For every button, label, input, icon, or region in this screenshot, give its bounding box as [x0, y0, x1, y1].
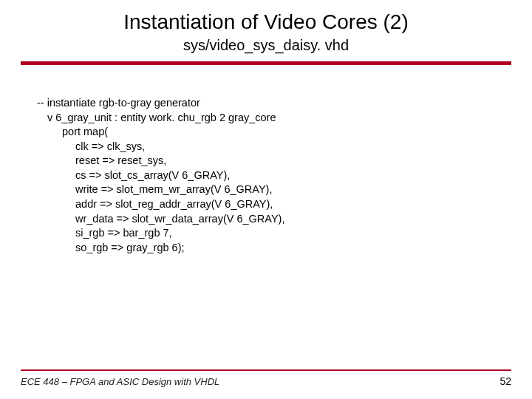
- code-line: clk => clk_sys,: [37, 140, 532, 154]
- footer-text: ECE 448 – FPGA and ASIC Design with VHDL: [21, 376, 219, 387]
- footer: ECE 448 – FPGA and ASIC Design with VHDL…: [21, 369, 511, 387]
- code-line: -- instantiate rgb-to-gray generator: [37, 96, 532, 111]
- code-line: addr => slot_reg_addr_array(V 6_GRAY),: [37, 197, 532, 212]
- code-line: port map(: [37, 125, 532, 140]
- page-number: 52: [499, 375, 511, 387]
- code-block: -- instantiate rgb-to-gray generator v 6…: [0, 65, 532, 255]
- footer-divider: [21, 369, 511, 371]
- code-line: wr_data => slot_wr_data_array(V 6_GRAY),: [37, 212, 532, 227]
- code-line: v 6_gray_unit : entity work. chu_rgb 2 g…: [37, 111, 532, 126]
- code-line: reset => reset_sys,: [37, 154, 532, 168]
- code-line: si_rgb => bar_rgb 7,: [37, 226, 532, 241]
- code-line: so_rgb => gray_rgb 6);: [37, 241, 532, 256]
- code-line: write => slot_mem_wr_array(V 6_GRAY),: [37, 183, 532, 197]
- slide-title: Instantiation of Video Cores (2): [0, 0, 532, 34]
- code-line: cs => slot_cs_array(V 6_GRAY),: [37, 168, 532, 183]
- slide-subtitle: sys/video_sys_daisy. vhd: [0, 34, 532, 61]
